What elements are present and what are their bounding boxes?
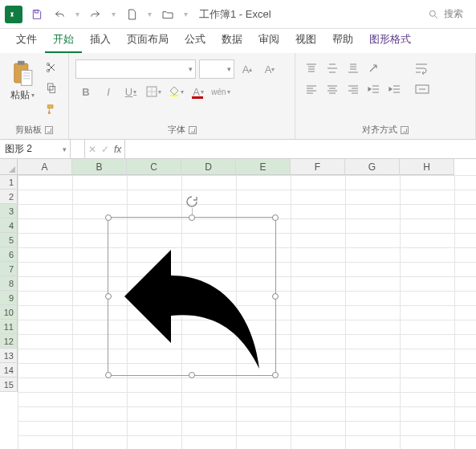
title-bar: ▾ ▾ ▾ ▾ 工作簿1 - Excel 搜索 (0, 0, 476, 29)
column-header[interactable]: D (181, 159, 236, 175)
svg-rect-4 (18, 61, 25, 65)
row-header[interactable]: 11 (0, 320, 18, 334)
row-header[interactable]: 15 (0, 378, 18, 392)
column-header[interactable]: F (291, 159, 345, 175)
row-header[interactable]: 1 (0, 175, 18, 190)
copy-icon[interactable] (43, 80, 59, 96)
tab-pagelayout[interactable]: 页面布局 (119, 27, 177, 53)
svg-rect-0 (8, 10, 18, 18)
column-header[interactable]: B (72, 159, 127, 175)
undo-icon[interactable] (51, 6, 67, 22)
row-header[interactable]: 9 (0, 291, 18, 305)
row-header[interactable]: 8 (0, 276, 18, 291)
tab-shapeformat[interactable]: 图形格式 (361, 27, 419, 53)
tab-file[interactable]: 文件 (8, 27, 45, 53)
formula-input[interactable] (125, 140, 476, 158)
clipboard-group-label: 剪贴板 (15, 124, 42, 136)
search-icon (428, 9, 439, 20)
tab-home[interactable]: 开始 (45, 27, 82, 53)
insert-function-icon[interactable]: fx (114, 144, 121, 155)
align-bottom-icon[interactable] (344, 59, 363, 77)
align-left-icon[interactable] (302, 80, 321, 98)
row-header[interactable]: 14 (0, 363, 18, 378)
wrap-text-icon[interactable] (411, 59, 433, 77)
format-painter-icon[interactable] (43, 101, 59, 117)
align-middle-icon[interactable] (323, 59, 342, 77)
row-header[interactable]: 7 (0, 262, 18, 276)
rotation-handle-icon[interactable] (185, 195, 198, 208)
tab-view[interactable]: 视图 (287, 27, 324, 53)
svg-rect-9 (50, 86, 55, 92)
decrease-indent-icon[interactable] (364, 80, 384, 98)
column-header[interactable]: A (18, 159, 72, 175)
increase-font-icon[interactable]: A▴ (238, 59, 257, 79)
svg-rect-11 (170, 95, 178, 96)
open-folder-icon[interactable] (160, 6, 176, 22)
bold-button[interactable]: B (75, 82, 96, 101)
document-title: 工作簿1 - Excel (199, 7, 271, 22)
redo-icon[interactable] (87, 6, 104, 22)
qat-dropdown[interactable]: ▾ (112, 10, 116, 18)
ribbon: 粘贴▾ 剪贴板 ▾ ▾ A▴ A▾ B I U▾ ▾ ▾ (0, 53, 476, 140)
formula-bar: 图形 2▾ ✕ ✓ fx (0, 140, 476, 159)
dialog-launcher-icon[interactable] (189, 126, 197, 134)
spreadsheet-grid: 123456789101112131415 ABCDEFGH (0, 159, 476, 449)
font-color-button[interactable]: A▾ (188, 82, 209, 101)
tab-formulas[interactable]: 公式 (177, 27, 214, 53)
decrease-font-icon[interactable]: A▾ (260, 59, 279, 79)
save-icon[interactable] (29, 6, 45, 22)
cancel-formula-icon[interactable]: ✕ (88, 144, 96, 155)
underline-button[interactable]: U▾ (120, 82, 141, 101)
font-size-combo[interactable]: ▾ (199, 59, 234, 79)
font-group-label: 字体 (168, 124, 185, 136)
curved-left-arrow-shape[interactable] (108, 218, 277, 377)
align-right-icon[interactable] (344, 80, 363, 98)
search-box[interactable]: 搜索 (420, 6, 471, 22)
row-header[interactable]: 12 (0, 334, 18, 349)
orientation-icon[interactable] (364, 59, 384, 77)
column-header[interactable]: G (345, 159, 400, 175)
qat-dropdown[interactable]: ▾ (148, 10, 152, 18)
row-headers: 123456789101112131415 (0, 175, 18, 392)
row-header[interactable]: 4 (0, 218, 18, 233)
tab-insert[interactable]: 插入 (82, 27, 119, 53)
row-header[interactable]: 13 (0, 349, 18, 363)
svg-rect-5 (21, 71, 32, 86)
fill-color-button[interactable]: ▾ (165, 82, 186, 101)
dialog-launcher-icon[interactable] (45, 126, 53, 134)
column-headers: ABCDEFGH (18, 159, 476, 175)
increase-indent-icon[interactable] (385, 80, 405, 98)
borders-button[interactable]: ▾ (143, 82, 164, 101)
shape-selection[interactable] (108, 217, 276, 376)
new-file-icon[interactable] (124, 6, 140, 22)
name-box[interactable]: 图形 2▾ (0, 140, 71, 158)
merge-center-icon[interactable] (411, 80, 433, 98)
select-all-corner[interactable] (0, 159, 18, 175)
qat-dropdown[interactable]: ▾ (75, 10, 79, 18)
row-header[interactable]: 3 (0, 204, 18, 218)
svg-point-2 (429, 10, 435, 16)
ribbon-tabs: 文件 开始 插入 页面布局 公式 数据 审阅 视图 帮助 图形格式 (0, 29, 476, 53)
font-name-combo[interactable]: ▾ (75, 59, 196, 79)
row-header[interactable]: 10 (0, 305, 18, 320)
column-header[interactable]: C (127, 159, 181, 175)
paste-button[interactable]: 粘贴▾ (6, 56, 39, 102)
row-header[interactable]: 5 (0, 233, 18, 247)
phonetic-guide-button[interactable]: wén▾ (210, 82, 231, 101)
tab-help[interactable]: 帮助 (324, 27, 361, 53)
confirm-formula-icon[interactable]: ✓ (101, 144, 109, 155)
column-header[interactable]: H (400, 159, 454, 175)
italic-button[interactable]: I (98, 82, 119, 101)
dialog-launcher-icon[interactable] (401, 126, 409, 134)
row-header[interactable]: 6 (0, 247, 18, 262)
cut-icon[interactable] (43, 59, 59, 76)
group-clipboard: 粘贴▾ 剪贴板 (0, 53, 69, 139)
cells-area[interactable] (18, 175, 476, 449)
align-top-icon[interactable] (302, 59, 321, 77)
tab-review[interactable]: 审阅 (250, 27, 287, 53)
qat-customize-dropdown[interactable]: ▾ (184, 10, 188, 18)
row-header[interactable]: 2 (0, 190, 18, 204)
column-header[interactable]: E (236, 159, 291, 175)
align-center-icon[interactable] (323, 80, 342, 98)
tab-data[interactable]: 数据 (214, 27, 250, 53)
